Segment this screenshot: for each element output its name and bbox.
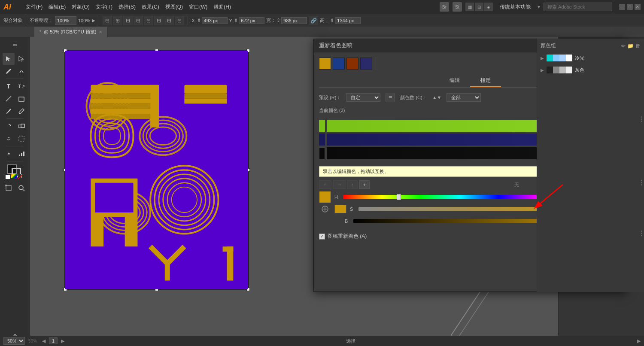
artboard-tools-row	[3, 182, 27, 194]
align-right-icon[interactable]: ⊟	[123, 16, 133, 25]
artboard-tool[interactable]	[3, 182, 15, 194]
paintbrush-tool[interactable]	[3, 105, 15, 117]
colors-select[interactable]: 全部	[447, 93, 481, 102]
page-number[interactable]: 1	[49, 337, 58, 344]
toolbar-collapse-area: «»	[0, 39, 30, 51]
zoom-tool[interactable]	[15, 182, 27, 194]
menu-effect[interactable]: 效果(C)	[139, 2, 162, 12]
zoom-select[interactable]: 50%	[3, 337, 25, 345]
default-colors-icon[interactable]	[6, 175, 10, 179]
group-swatch-2-part-3	[559, 67, 566, 73]
current-swatch-2[interactable]	[319, 134, 325, 146]
menu-help[interactable]: 帮助(H)	[211, 2, 234, 12]
panel-folder-icon[interactable]: 📁	[627, 43, 634, 49]
action-btn-2[interactable]: →	[333, 180, 346, 189]
collapse-toolbar-button[interactable]: «»	[9, 39, 21, 51]
opacity-arrow[interactable]: ▶	[92, 18, 95, 23]
maximize-button[interactable]: □	[627, 4, 633, 10]
x-coord: X: ⇕ 493 px	[191, 17, 227, 24]
nav-prev-icon[interactable]: ◀	[42, 338, 46, 344]
bridge-icon[interactable]: Br	[440, 2, 449, 12]
group-name-2: 灰色	[575, 67, 584, 73]
pen-tool[interactable]	[3, 65, 15, 77]
dot-7	[641, 231, 642, 232]
linked-colors-icon[interactable]	[319, 205, 331, 213]
preset-select[interactable]: 自定	[346, 93, 380, 102]
rotate-tool[interactable]	[3, 120, 15, 132]
color-group-item-2[interactable]: ▶ 灰色	[541, 65, 641, 75]
panel-delete-icon[interactable]: 🗑	[635, 43, 641, 49]
pencil-tool[interactable]	[15, 105, 27, 117]
action-btn-4[interactable]: +	[359, 180, 370, 189]
menu-object[interactable]: 对象(O)	[69, 2, 92, 12]
colors-up-icon[interactable]: ▲▼	[432, 95, 442, 100]
free-transform-tool[interactable]	[15, 133, 27, 145]
swatch-3[interactable]	[346, 58, 358, 70]
type-tool[interactable]: T	[3, 80, 15, 92]
tools-icon[interactable]: ◈	[484, 3, 493, 11]
symbol-sprayer-tool[interactable]: ✶	[3, 148, 15, 160]
w-value[interactable]: 986 px	[281, 17, 307, 24]
align-bottom-icon[interactable]: ⊟	[154, 16, 164, 25]
distribute-v-icon[interactable]: ⊟	[175, 16, 184, 25]
lock-aspect-icon[interactable]: 🔗	[309, 16, 318, 25]
curvature-tool[interactable]	[15, 65, 27, 77]
tab-edit[interactable]: 编辑	[439, 75, 470, 87]
opacity-input[interactable]	[55, 16, 76, 25]
rect-tool[interactable]	[15, 93, 27, 105]
x-value[interactable]: 493 px	[202, 17, 228, 24]
gradient-icon[interactable]	[11, 174, 17, 178]
close-button[interactable]: ✕	[635, 4, 641, 10]
list-view-icon[interactable]: ⊟	[475, 3, 483, 11]
grid-view-icon[interactable]: ▦	[465, 3, 474, 11]
stock-search-input[interactable]	[544, 3, 612, 11]
align-top-icon[interactable]: ⊟	[134, 16, 143, 25]
menu-edit[interactable]: 编辑(E)	[46, 2, 68, 12]
warp-tool[interactable]	[3, 133, 15, 145]
action-btn-1[interactable]: ←	[319, 180, 331, 189]
action-btn-3[interactable]: ↑	[347, 180, 358, 189]
line-tool[interactable]	[3, 93, 15, 105]
group-swatch-2	[547, 67, 572, 73]
nav-next-icon[interactable]: ▶	[61, 338, 64, 344]
swatch-1[interactable]	[319, 58, 331, 70]
current-swatch-1[interactable]	[319, 120, 325, 132]
bottom-right-arrow[interactable]: ▶	[637, 338, 641, 344]
menu-select[interactable]: 选择(S)	[116, 2, 138, 12]
recolor-checkbox[interactable]: ✓	[319, 234, 325, 240]
current-swatch-3[interactable]	[319, 147, 325, 159]
h-value[interactable]: 1344 px	[335, 17, 361, 24]
preset-options-icon[interactable]: ☰	[386, 93, 395, 102]
distribute-h-icon[interactable]: ⊟	[164, 16, 174, 25]
menu-window[interactable]: 窗口(W)	[186, 2, 210, 12]
tab-assign[interactable]: 指定	[470, 75, 501, 87]
scale-tool[interactable]	[15, 120, 27, 132]
align-middle-icon[interactable]: ⊟	[144, 16, 153, 25]
menu-view[interactable]: 视图(Q)	[163, 2, 185, 12]
dots-panel-mid	[639, 178, 644, 187]
color-preview-swatch[interactable]	[319, 191, 331, 203]
tab-modified-dot: *	[39, 30, 41, 34]
touch-type-tool[interactable]: T↗	[15, 80, 27, 92]
dot-2	[641, 118, 642, 120]
tab-close-icon[interactable]: ✕	[99, 30, 102, 34]
h-slider-thumb[interactable]	[397, 194, 401, 200]
selection-tool[interactable]	[3, 53, 15, 65]
color-group-item-1[interactable]: ▶ 冷光	[541, 53, 641, 63]
direct-select-tool[interactable]	[15, 53, 27, 65]
s-color-swatch[interactable]	[334, 205, 346, 213]
panel-pencil-icon[interactable]: ✏	[621, 43, 626, 49]
graph-tool[interactable]	[15, 148, 27, 160]
swatch-2[interactable]	[333, 58, 345, 70]
stock-icon[interactable]: St	[453, 2, 462, 12]
document-tab[interactable]: * @ 50% (RGB/GPU 预览) ✕	[34, 27, 108, 37]
menu-file[interactable]: 文件(F)	[23, 2, 45, 12]
swatch-4[interactable]	[360, 58, 372, 70]
minimize-button[interactable]: —	[619, 4, 625, 10]
layout-dropdown-icon[interactable]: ▾	[538, 4, 540, 10]
align-left-icon[interactable]: ⊟	[103, 16, 112, 25]
none-color-icon[interactable]	[18, 174, 22, 178]
y-value[interactable]: 672 px	[239, 17, 264, 24]
menu-text[interactable]: 文字(T)	[93, 2, 115, 12]
align-center-icon[interactable]: ⊞	[113, 16, 122, 25]
